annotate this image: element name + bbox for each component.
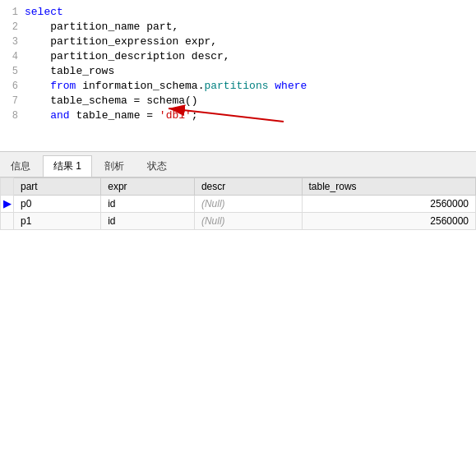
cell-descr: (Null) <box>194 213 302 230</box>
cell-descr: (Null) <box>194 196 302 213</box>
code-line-7: 7 table_schema = schema() <box>0 94 476 108</box>
code-lines: 1select2 partition_name part,3 partition… <box>0 5 476 123</box>
tab-信息[interactable]: 信息 <box>0 155 41 177</box>
row-indicator: ▶ <box>1 196 14 213</box>
tabs-bar: 信息结果 1剖析状态 <box>0 152 476 177</box>
result-table[interactable]: partexprdescrtable_rows ▶p0id(Null)25600… <box>0 177 476 470</box>
line-content: partition_description descr, <box>25 49 230 64</box>
line-number: 6 <box>0 79 25 94</box>
code-line-2: 2 partition_name part, <box>0 20 476 35</box>
code-line-5: 5 table_rows <box>0 64 476 79</box>
cell-expr: id <box>101 213 195 230</box>
line-number: 4 <box>0 49 25 64</box>
main-container: 1select2 partition_name part,3 partition… <box>0 0 476 470</box>
col-header-part: part <box>14 178 101 196</box>
cell-table-rows: 2560000 <box>302 196 475 213</box>
line-content: from information_schema.partitions where <box>25 79 307 94</box>
line-number: 3 <box>0 35 25 49</box>
line-number: 7 <box>0 94 25 108</box>
line-content: table_rows <box>25 64 114 79</box>
code-line-4: 4 partition_description descr, <box>0 49 476 64</box>
line-number: 5 <box>0 64 25 79</box>
col-indicator <box>1 178 14 196</box>
data-table: partexprdescrtable_rows ▶p0id(Null)25600… <box>0 177 476 230</box>
cell-part: p0 <box>14 196 101 213</box>
line-content: and table_name = 'db1'; <box>25 108 198 123</box>
cell-expr: id <box>101 196 195 213</box>
bottom-panel: 信息结果 1剖析状态 partexprdescrtable_rows ▶p0id… <box>0 152 476 470</box>
table-row[interactable]: p1id(Null)2560000 <box>1 213 476 230</box>
code-line-1: 1select <box>0 5 476 20</box>
code-line-8: 8 and table_name = 'db1'; <box>0 108 476 123</box>
code-line-3: 3 partition_expression expr, <box>0 35 476 49</box>
line-content: select <box>25 5 63 20</box>
code-editor[interactable]: 1select2 partition_name part,3 partition… <box>0 0 476 152</box>
table-row[interactable]: ▶p0id(Null)2560000 <box>1 196 476 213</box>
tab-结果-1[interactable]: 结果 1 <box>43 155 92 177</box>
line-number: 8 <box>0 108 25 123</box>
line-content: partition_expression expr, <box>25 35 217 49</box>
code-line-6: 6 from information_schema.partitions whe… <box>0 79 476 94</box>
col-header-expr: expr <box>101 178 195 196</box>
cell-table-rows: 2560000 <box>302 213 475 230</box>
line-content: table_schema = schema() <box>25 94 198 108</box>
line-number: 2 <box>0 20 25 35</box>
col-header-descr: descr <box>194 178 302 196</box>
line-content: partition_name part, <box>25 20 178 35</box>
tab-剖析[interactable]: 剖析 <box>94 155 135 177</box>
col-header-table_rows: table_rows <box>302 178 475 196</box>
row-indicator <box>1 213 14 230</box>
cell-part: p1 <box>14 213 101 230</box>
line-number: 1 <box>0 5 25 20</box>
tab-状态[interactable]: 状态 <box>136 155 178 177</box>
